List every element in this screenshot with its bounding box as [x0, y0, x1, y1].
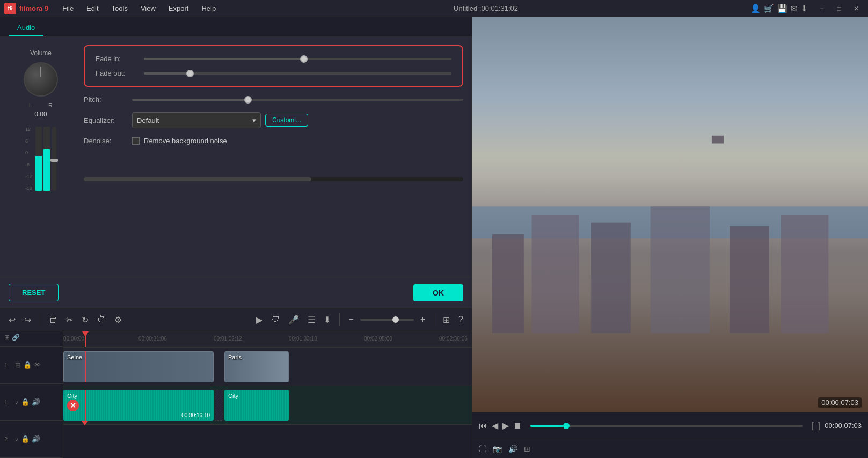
toolbar-separator-3	[434, 313, 434, 326]
video-clip-seine[interactable]: Seine	[63, 351, 214, 382]
list-button[interactable]: ☰	[305, 313, 317, 327]
preview-image	[472, 17, 868, 412]
zoom-out-button[interactable]: −	[346, 313, 355, 327]
timeline-ruler-area: 00:00:00 00:00:31:06 00:01:02:12 00:01:3…	[63, 331, 472, 458]
save-icon[interactable]: 💾	[777, 4, 787, 13]
equalizer-select[interactable]: Default ▾	[132, 112, 261, 128]
menu-tools[interactable]: Tools	[106, 2, 133, 14]
ruler-mark-2: 00:01:02:12	[214, 336, 242, 342]
meter-slider[interactable]	[52, 127, 56, 191]
track-eye-icon[interactable]: 👁	[34, 361, 41, 369]
volume-preview-icon[interactable]: 🔊	[508, 445, 517, 453]
volume-knob[interactable]	[24, 62, 58, 97]
menu-help[interactable]: Help	[196, 2, 221, 14]
cut-button[interactable]: ✂	[64, 313, 75, 327]
delete-button[interactable]: 🗑	[47, 313, 60, 327]
timeline-ruler: 00:00:00 00:00:31:06 00:01:02:12 00:01:3…	[63, 331, 472, 348]
svg-rect-4	[591, 223, 631, 333]
close-button[interactable]: ✕	[849, 3, 864, 14]
fade-out-slider[interactable]	[144, 72, 451, 75]
equalizer-row: Equalizer: Default ▾ Customi...	[84, 112, 463, 128]
minimize-button[interactable]: −	[814, 3, 829, 14]
account-icon[interactable]: 👤	[750, 4, 761, 13]
snap-button[interactable]: ⊞	[441, 313, 452, 327]
download-icon[interactable]: ⬇	[801, 4, 808, 13]
track-label-audio-1: 1 ♪ 🔒 🔊	[0, 384, 63, 421]
maximize-button[interactable]: □	[831, 3, 847, 14]
timeline-toolbar: ↩ ↪ 🗑 ✂ ↻ ⏱ ⚙ ▶ 🛡 🎤 ☰ ⬇ − + ⊞ ?	[0, 308, 472, 331]
camera-icon[interactable]: 📷	[493, 445, 502, 453]
help-button[interactable]: ?	[456, 313, 465, 327]
link-icon[interactable]: 🔗	[12, 334, 20, 341]
play-all-button[interactable]: ▶	[254, 313, 265, 327]
video-clip-paris-label: Paris	[225, 352, 288, 363]
add-track-icon[interactable]: ⊞	[4, 334, 10, 341]
audio-tab: Audio	[0, 17, 472, 36]
prev-frame-button[interactable]: ◀	[492, 420, 498, 431]
zoom-slider[interactable]	[360, 319, 414, 321]
menu-edit[interactable]: Edit	[81, 2, 104, 14]
preview-panel: 00:00:07:03 ⏮ ◀ ▶ ⏹ [ ] 00:00:07:03 ⛶ 📷 …	[472, 17, 868, 458]
play-button[interactable]: ▶	[502, 420, 509, 431]
fullscreen-icon[interactable]: ⊞	[524, 445, 530, 453]
pitch-thumb[interactable]	[244, 96, 252, 104]
bracket-right-icon[interactable]: ]	[818, 421, 820, 431]
zoom-in-button[interactable]: +	[418, 313, 427, 327]
bracket-left-icon[interactable]: [	[811, 421, 813, 431]
sliders-button[interactable]: ⚙	[112, 313, 124, 327]
progress-bar[interactable]	[530, 425, 803, 427]
track-lock-audio2-icon[interactable]: 🔒	[21, 435, 30, 443]
meter-bar-right	[43, 127, 50, 191]
track-mute-icon[interactable]: 🔊	[32, 398, 40, 406]
meter-thumb[interactable]	[50, 159, 58, 162]
ruler-mark-4: 00:02:05:00	[364, 336, 392, 342]
cart-icon[interactable]: 🛒	[764, 4, 774, 13]
redo2-button[interactable]: ↻	[79, 313, 91, 327]
undo-button[interactable]: ↩	[6, 313, 18, 327]
menu-file[interactable]: File	[57, 2, 79, 14]
audio-footer: RESET OK	[0, 277, 472, 308]
svg-rect-7	[781, 215, 828, 333]
video-clip-paris[interactable]: Paris	[224, 351, 289, 382]
ok-button[interactable]: OK	[413, 284, 463, 301]
toolbar-separator-1	[40, 313, 40, 326]
denoise-row: Denoise: Remove background noise	[84, 137, 463, 145]
track-mute2-icon[interactable]: 🔊	[32, 435, 40, 443]
audio-track-row-1: ✕ City 00:00:16:10 City	[63, 386, 472, 425]
customize-button[interactable]: Customi...	[265, 114, 308, 127]
zoom-thumb[interactable]	[392, 316, 399, 323]
fade-in-label: Fade in:	[96, 55, 144, 63]
audio-clip-city-2-label: City	[228, 393, 238, 399]
track-lock-icon[interactable]: 🔒	[23, 361, 32, 369]
fade-in-thumb[interactable]	[300, 55, 308, 63]
import-button[interactable]: ⬇	[322, 313, 333, 327]
menu-export[interactable]: Export	[163, 2, 194, 14]
track-lock-audio-icon[interactable]: 🔒	[21, 398, 30, 406]
stop-button[interactable]: ⏹	[513, 421, 522, 431]
track-audio-icon: ♪	[15, 398, 19, 406]
mail-icon[interactable]: ✉	[791, 4, 798, 13]
screen-icon[interactable]: ⛶	[479, 445, 486, 453]
horizontal-scrollbar[interactable]	[84, 177, 463, 181]
clock-button[interactable]: ⏱	[95, 313, 108, 327]
audio-clip-city-1[interactable]: ✕ City 00:00:16:10	[63, 390, 214, 421]
track-label-audio-2: 2 ♪ 🔒 🔊	[0, 421, 63, 458]
menu-view[interactable]: View	[135, 2, 161, 14]
tab-audio[interactable]: Audio	[9, 20, 43, 36]
denoise-checkbox[interactable]	[132, 137, 140, 145]
ruler-spacer: ⊞ 🔗	[0, 331, 63, 347]
mic-button[interactable]: 🎤	[286, 313, 301, 327]
track-num-a2: 2	[4, 436, 12, 442]
menu-bar: f9 filmora 9 File Edit Tools View Export…	[0, 0, 868, 17]
prev-button[interactable]: ⏮	[479, 421, 487, 431]
scrollbar-thumb[interactable]	[84, 177, 311, 181]
shield-button[interactable]: 🛡	[269, 313, 282, 327]
audio-clip-city-2[interactable]: City	[224, 390, 289, 421]
pitch-slider[interactable]	[132, 99, 463, 101]
progress-thumb[interactable]	[563, 423, 570, 429]
svg-rect-9	[712, 136, 724, 144]
fade-out-thumb[interactable]	[186, 70, 194, 77]
fade-in-slider[interactable]	[144, 58, 451, 60]
redo-button[interactable]: ↪	[22, 313, 33, 327]
reset-button[interactable]: RESET	[9, 284, 59, 301]
